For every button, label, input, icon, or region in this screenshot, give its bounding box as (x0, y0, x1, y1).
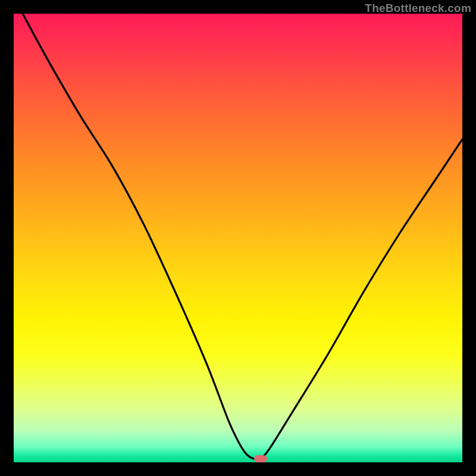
watermark: TheBottleneck.com (365, 2, 471, 15)
bottleneck-curve (23, 14, 462, 459)
plot-area (14, 14, 462, 462)
curve-svg (14, 14, 462, 462)
optimal-marker (254, 455, 267, 462)
chart-container: TheBottleneck.com (0, 0, 476, 476)
